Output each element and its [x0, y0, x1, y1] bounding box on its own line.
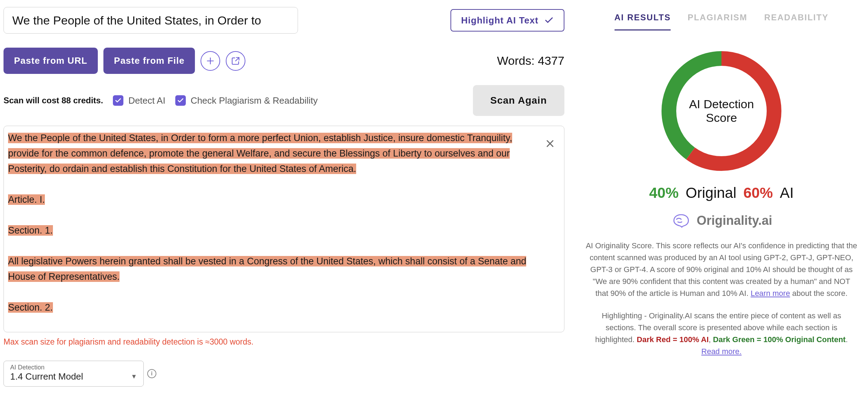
ai-percent: 60% — [744, 185, 773, 201]
score-description: AI Originality Score. This score reflect… — [585, 240, 857, 299]
close-icon — [545, 139, 555, 148]
paste-from-file-button[interactable]: Paste from File — [103, 48, 195, 74]
score-summary: 40% Original 60% AI — [649, 185, 794, 201]
dark-green-legend: Dark Green = 100% Original Content — [713, 335, 846, 344]
highlighting-description: Highlighting - Originality.AI scans the … — [585, 310, 857, 358]
checkmark-icon — [177, 97, 184, 104]
share-icon — [231, 56, 240, 65]
add-button[interactable] — [201, 51, 220, 71]
highlighted-text: Section. 1. — [8, 225, 53, 236]
model-select-label: AI Detection — [10, 364, 137, 371]
highlighted-text: Article. I. — [8, 194, 45, 205]
brand-logo: Originality.ai — [671, 212, 772, 229]
chevron-down-icon: ▼ — [131, 373, 137, 380]
highlighted-text: We the People of the United States, in O… — [8, 133, 512, 174]
scan-again-button[interactable]: Scan Again — [473, 85, 564, 116]
donut-title: Score — [706, 111, 737, 125]
tab-ai-results[interactable]: AI RESULTS — [615, 13, 671, 30]
checkmark-icon — [115, 97, 122, 104]
original-label: Original — [686, 185, 737, 201]
check-icon — [544, 15, 554, 25]
model-select-value: 1.4 Current Model — [10, 371, 83, 382]
check-plagiarism-label: Check Plagiarism & Readability — [191, 95, 318, 106]
tab-readability[interactable]: READABILITY — [764, 13, 828, 30]
content-text[interactable]: We the People of the United States, in O… — [8, 130, 540, 328]
word-count: Words: 4377 — [497, 54, 564, 68]
original-percent: 40% — [649, 185, 679, 201]
title-input[interactable] — [4, 7, 298, 34]
read-more-link[interactable]: Read more. — [701, 347, 742, 356]
clear-content-button[interactable] — [543, 137, 557, 151]
ai-detection-model-select[interactable]: AI Detection 1.4 Current Model ▼ — [4, 361, 144, 387]
content-textarea[interactable]: We the People of the United States, in O… — [4, 126, 564, 332]
max-scan-warning: Max scan size for plagiarism and readabi… — [4, 337, 564, 347]
plus-icon — [206, 56, 215, 65]
tab-plagiarism[interactable]: PLAGIARISM — [687, 13, 747, 30]
highlighted-text: All legislative Powers herein granted sh… — [8, 256, 526, 282]
detect-ai-label: Detect AI — [128, 95, 165, 106]
results-tabs: AI RESULTS PLAGIARISM READABILITY — [585, 13, 857, 30]
credit-cost-text: Scan will cost 88 credits. — [4, 96, 103, 105]
share-button[interactable] — [226, 51, 245, 71]
highlight-ai-text-label: Highlight AI Text — [461, 15, 538, 26]
ai-detection-score-chart: AI Detection Score — [658, 48, 785, 174]
highlighted-text: Section. 2. — [8, 302, 53, 313]
check-plagiarism-checkbox[interactable] — [175, 95, 186, 106]
learn-more-link[interactable]: Learn more — [751, 289, 790, 298]
detect-ai-checkbox[interactable] — [113, 95, 123, 106]
info-icon[interactable]: i — [147, 369, 156, 378]
highlight-ai-text-button[interactable]: Highlight AI Text — [450, 9, 564, 32]
dark-red-legend: Dark Red = 100% AI — [637, 335, 708, 344]
brain-icon — [671, 212, 692, 229]
paste-from-url-button[interactable]: Paste from URL — [4, 48, 98, 74]
ai-label: AI — [780, 185, 794, 201]
donut-title: AI Detection — [689, 97, 754, 111]
